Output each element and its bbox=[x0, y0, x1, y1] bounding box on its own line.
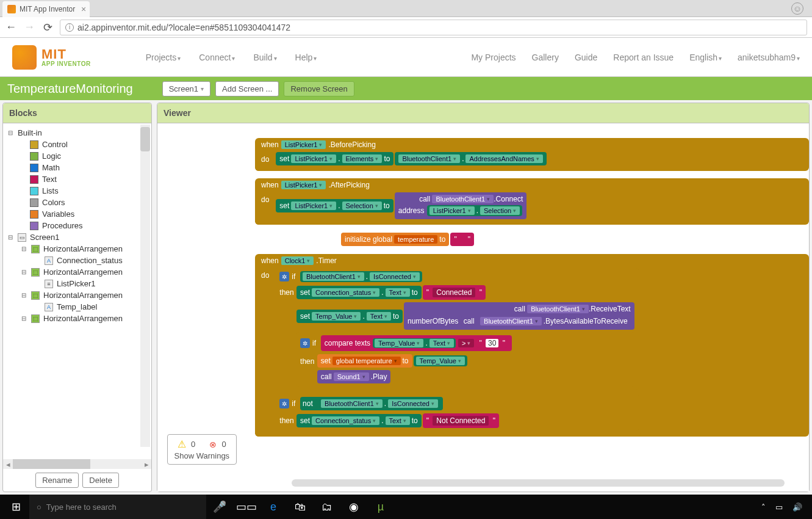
link-my-projects[interactable]: My Projects bbox=[471, 53, 516, 62]
canvas-h-scroll[interactable] bbox=[292, 479, 785, 487]
tree-text[interactable]: Text bbox=[5, 173, 149, 185]
tree-conn-status[interactable]: AConnection_status bbox=[5, 255, 149, 266]
tree-control[interactable]: Control bbox=[5, 139, 149, 150]
logo-sub: APP INVENTOR bbox=[41, 61, 91, 67]
blocks-tree: ⊟Built-in Control Logic Math Text Lists … bbox=[3, 123, 151, 459]
site-info-icon[interactable]: i bbox=[65, 23, 74, 32]
tree-scrollbar[interactable] bbox=[140, 125, 150, 447]
edge-icon[interactable]: e bbox=[260, 495, 287, 519]
toolbar: TemperatureMonitoring Screen1▾ Add Scree… bbox=[0, 77, 812, 100]
back-button[interactable]: ← bbox=[5, 21, 17, 34]
gear-icon[interactable]: ✲ bbox=[279, 399, 289, 408]
browser-tab[interactable]: MIT App Inventor × bbox=[2, 1, 90, 17]
tree-h-scroll[interactable]: ◂▸ bbox=[3, 459, 151, 469]
block-init-global[interactable]: initialize global temperature to " " bbox=[340, 232, 809, 247]
screen-dropdown[interactable]: Screen1▾ bbox=[162, 81, 210, 96]
windows-taskbar: ⊞ ○ Type here to search 🎤 ▭▭ e 🛍 🗂 ◉ µ ˄… bbox=[0, 495, 812, 519]
remove-screen-button[interactable]: Remove Screen bbox=[284, 81, 354, 96]
taskbar-search[interactable]: ○ Type here to search bbox=[29, 495, 206, 519]
tray-chevron-icon[interactable]: ˄ bbox=[761, 503, 766, 512]
tree-ha1[interactable]: ⊟⬚HorizontalArrangemen bbox=[5, 243, 149, 255]
link-guide[interactable]: Guide bbox=[575, 53, 597, 62]
battery-icon[interactable]: ▭ bbox=[775, 503, 783, 512]
show-warnings-button[interactable]: Show Warnings bbox=[174, 451, 230, 460]
tree-ha3[interactable]: ⊟⬚HorizontalArrangemen bbox=[5, 289, 149, 301]
gear-icon[interactable]: ✲ bbox=[279, 272, 289, 281]
menu-projects[interactable]: Projects▾ bbox=[146, 53, 181, 62]
link-report-issue[interactable]: Report an Issue bbox=[613, 53, 674, 62]
blocks-header: Blocks bbox=[3, 103, 151, 123]
blocks-panel: Blocks ⊟Built-in Control Logic Math Text… bbox=[2, 103, 152, 492]
block-after-picking[interactable]: when ListPicker1▾ .AfterPicking do set L… bbox=[255, 178, 809, 225]
chrome-icon[interactable]: ◉ bbox=[340, 495, 367, 519]
url-field[interactable]: i ai2.appinventor.mit.edu/?locale=en#585… bbox=[60, 20, 807, 35]
browser-tabstrip: MIT App Inventor × ☺ bbox=[0, 0, 812, 17]
tree-ha4[interactable]: ⊟⬚HorizontalArrangemen bbox=[5, 313, 149, 324]
reload-button[interactable]: ⟳ bbox=[41, 21, 54, 34]
menu-connect[interactable]: Connect▾ bbox=[199, 53, 235, 62]
tab-title: MIT App Inventor bbox=[20, 5, 75, 13]
forward-button[interactable]: → bbox=[23, 21, 35, 34]
project-name: TemperatureMonitoring bbox=[7, 82, 133, 96]
app-header: MIT APP INVENTOR Projects▾ Connect▾ Buil… bbox=[0, 38, 812, 77]
utorrent-icon[interactable]: µ bbox=[367, 495, 394, 519]
tree-variables[interactable]: Variables bbox=[5, 208, 149, 220]
favicon bbox=[7, 5, 16, 13]
tree-ha2[interactable]: ⊟⬚HorizontalArrangemen bbox=[5, 266, 149, 278]
close-icon[interactable]: × bbox=[81, 4, 86, 14]
volume-icon[interactable]: 🔊 bbox=[792, 503, 802, 512]
add-screen-button[interactable]: Add Screen ... bbox=[215, 81, 279, 96]
gear-icon[interactable]: ✲ bbox=[300, 338, 310, 348]
blocks-canvas[interactable]: when ListPicker1▾ .BeforePicking do set … bbox=[157, 123, 809, 492]
menu-account[interactable]: aniketsubham9▾ bbox=[738, 53, 800, 62]
main-menu: Projects▾ Connect▾ Build▾ Help▾ bbox=[146, 53, 317, 62]
tree-colors[interactable]: Colors bbox=[5, 197, 149, 208]
error-icon: ⊗ bbox=[209, 440, 217, 449]
tree-math[interactable]: Math bbox=[5, 162, 149, 173]
url-text: ai2.appinventor.mit.edu/?locale=en#58511… bbox=[77, 23, 290, 32]
tree-lists[interactable]: Lists bbox=[5, 185, 149, 197]
warning-icon: ⚠ bbox=[178, 438, 186, 450]
profile-icon[interactable]: ☺ bbox=[791, 2, 803, 15]
viewer-panel: Viewer when ListPicker1▾ .BeforePicking … bbox=[157, 103, 810, 492]
search-placeholder: Type here to search bbox=[46, 503, 117, 512]
menu-right: My Projects Gallery Guide Report an Issu… bbox=[471, 53, 800, 62]
store-icon[interactable]: 🛍 bbox=[287, 495, 314, 519]
delete-button[interactable]: Delete bbox=[82, 473, 119, 488]
rename-button[interactable]: Rename bbox=[35, 473, 79, 488]
search-icon: ○ bbox=[37, 503, 41, 512]
block-timer[interactable]: when Clock1▾ .Timer do ✲ if bbox=[255, 254, 809, 437]
tree-builtin[interactable]: ⊟Built-in bbox=[5, 127, 149, 139]
viewer-header: Viewer bbox=[157, 103, 809, 123]
logo: MIT APP INVENTOR bbox=[12, 45, 91, 70]
tree-screen1[interactable]: ⊟▭Screen1 bbox=[5, 231, 149, 243]
menu-build[interactable]: Build▾ bbox=[253, 53, 276, 62]
address-bar: ← → ⟳ i ai2.appinventor.mit.edu/?locale=… bbox=[0, 17, 812, 38]
explorer-icon[interactable]: 🗂 bbox=[314, 495, 340, 519]
menu-help[interactable]: Help▾ bbox=[295, 53, 317, 62]
cortana-mic-icon[interactable]: 🎤 bbox=[206, 495, 233, 519]
menu-language[interactable]: English▾ bbox=[689, 53, 722, 62]
tree-listpicker[interactable]: ≡ListPicker1 bbox=[5, 278, 149, 289]
main-area: Blocks ⊟Built-in Control Logic Math Text… bbox=[0, 100, 812, 495]
logo-icon bbox=[12, 45, 37, 70]
tree-logic[interactable]: Logic bbox=[5, 150, 149, 162]
block-before-picking[interactable]: when ListPicker1▾ .BeforePicking do set … bbox=[255, 138, 809, 171]
tree-procedures[interactable]: Procedures bbox=[5, 220, 149, 231]
tree-temp-label[interactable]: ATemp_label bbox=[5, 301, 149, 313]
task-view-icon[interactable]: ▭▭ bbox=[233, 495, 260, 519]
link-gallery[interactable]: Gallery bbox=[532, 53, 559, 62]
warnings-box[interactable]: ⚠0 ⊗0 Show Warnings bbox=[167, 434, 237, 465]
start-button[interactable]: ⊞ bbox=[2, 495, 29, 519]
logo-main: MIT bbox=[41, 48, 91, 61]
